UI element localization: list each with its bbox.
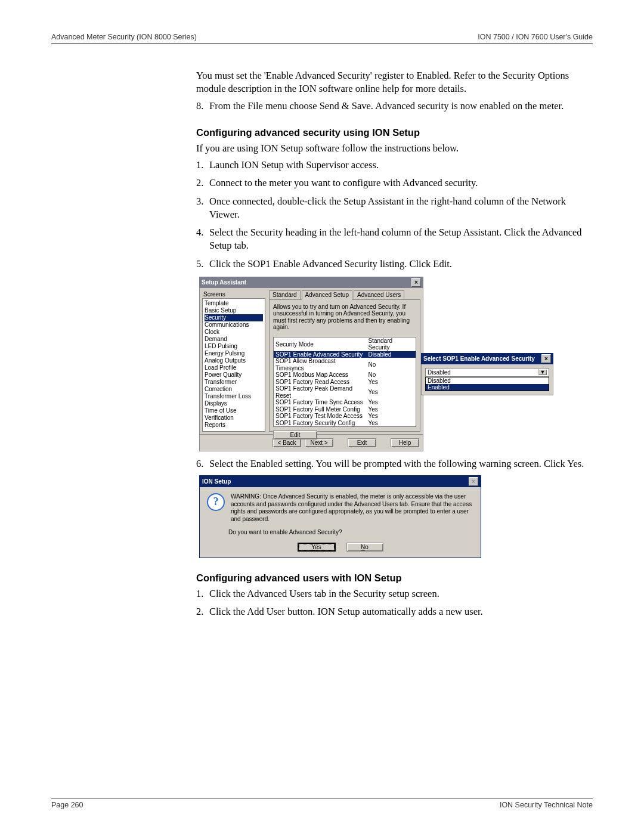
grid-row: SOP1 Factory Full Meter ConfigYes (274, 406, 416, 413)
sec1-step2: Connect to the meter you want to configu… (196, 176, 593, 190)
screen-item[interactable]: Analog Outputs (205, 357, 263, 364)
screen-item[interactable]: Template (205, 300, 263, 307)
page-header: Advanced Meter Security (ION 8000 Series… (51, 33, 593, 44)
close-icon[interactable]: × (541, 354, 551, 363)
setup-assistant-dialog: Setup Assistant × Screens Template Basic… (199, 277, 423, 451)
grid-row: SOP1 Modbus Map AccessNo (274, 371, 416, 379)
screen-item[interactable]: Load Profile (205, 364, 263, 371)
sec2-step2: Click the Add User button. ION Setup aut… (196, 605, 593, 618)
warning-prompt: Do you want to enable Advanced Security? (228, 529, 473, 535)
screen-item[interactable]: Clock (205, 329, 263, 336)
grid-row: SOP1 Factory Time Sync AccessYes (274, 399, 416, 406)
screen-item[interactable]: Displays (205, 400, 263, 407)
sec2-step1: Click the Advanced Users tab in the Secu… (196, 587, 593, 600)
section1-intro: If you are using ION Setup software foll… (196, 142, 593, 155)
grid-header-row: Security ModeStandard Security (274, 337, 416, 351)
grid-row-selected: SOP1 Enable Advanced SecurityDisabled (274, 351, 416, 358)
warning-titlebar: ION Setup × (200, 476, 481, 487)
grid-header: Standard Security (366, 337, 416, 351)
steps-list-continued: From the File menu choose Send & Save. A… (196, 100, 593, 113)
sec1-step6: Select the Enabled setting. You will be … (196, 457, 593, 470)
screen-item[interactable]: Transformer Correction (205, 379, 263, 393)
popover-combo-value: Disabled (428, 369, 451, 376)
popover-droplist[interactable]: Disabled Enabled (425, 377, 549, 391)
screen-item[interactable]: Verification (205, 414, 263, 422)
sec1-step3: Once connected, double-click the Setup A… (196, 195, 593, 222)
close-icon[interactable]: × (469, 477, 478, 486)
question-icon: ? (207, 493, 225, 511)
tab-advanced-users[interactable]: Advanced Users (354, 290, 404, 300)
popover-option-highlighted[interactable]: Enabled (426, 384, 549, 391)
sec1-step5: Click the SOP1 Enable Advanced Security … (196, 258, 593, 271)
section2-steps: Click the Advanced Users tab in the Secu… (196, 587, 593, 619)
chevron-down-icon[interactable]: ▼ (538, 369, 547, 375)
warning-message: WARNING: Once Advanced Security is enabl… (231, 493, 473, 523)
step-8: From the File menu choose Send & Save. A… (196, 100, 593, 113)
select-popover-dialog: Select SOP1 Enable Advanced Security × D… (421, 353, 553, 395)
screen-item[interactable]: Energy Pulsing (205, 350, 263, 357)
screen-item-security[interactable]: Security (205, 314, 263, 321)
no-button[interactable]: No (346, 543, 383, 552)
screen-item[interactable]: Basic Setup (205, 307, 263, 314)
screen-item[interactable]: Reports (205, 422, 263, 429)
footer-left: Page 260 (51, 801, 83, 809)
header-right: ION 7500 / ION 7600 User's Guide (478, 33, 593, 41)
grid-row: SOP1 Factory Peak Demand ResetYes (274, 385, 416, 399)
page-footer: Page 260 ION Security Technical Note (51, 798, 593, 809)
screen-item[interactable]: Communications (205, 321, 263, 329)
tab-standard[interactable]: Standard (269, 290, 301, 300)
tab-advanced-setup[interactable]: Advanced Setup (302, 290, 352, 300)
tabs: Standard Advanced Setup Advanced Users (269, 290, 420, 300)
header-left: Advanced Meter Security (ION 8000 Series… (51, 33, 197, 41)
screen-item[interactable]: Demand (205, 336, 263, 343)
popover-title: Select SOP1 Enable Advanced Security (423, 355, 535, 362)
edit-button[interactable]: Edit (273, 431, 317, 439)
settings-grid[interactable]: Security ModeStandard Security SOP1 Enab… (273, 337, 416, 428)
warning-title: ION Setup (202, 478, 231, 485)
yes-button[interactable]: Yes (298, 543, 336, 552)
popover-combobox[interactable]: Disabled ▼ (425, 368, 549, 377)
section1-heading: Configuring advanced security using ION … (196, 127, 593, 138)
tab-hint: Allows you to try and turn on Advanced S… (273, 304, 416, 331)
grid-row: SOP1 Allow Broadcast TimesyncsNo (274, 358, 416, 371)
popover-titlebar: Select SOP1 Enable Advanced Security × (421, 353, 553, 364)
close-icon[interactable]: × (411, 278, 421, 287)
setup-assistant-titlebar: Setup Assistant × (199, 277, 423, 288)
no-label-rest: o (365, 544, 369, 550)
section1-steps-cont: Select the Enabled setting. You will be … (196, 457, 593, 470)
screen-item[interactable]: Power Quality (205, 371, 263, 379)
grid-header: Security Mode (274, 337, 366, 351)
document-page: Advanced Meter Security (ION 8000 Series… (0, 0, 644, 833)
popover-option[interactable]: Disabled (426, 377, 549, 384)
grid-row: SOP1 Factory Test Mode AccessYes (274, 413, 416, 420)
screen-item[interactable]: LED Pulsing (205, 343, 263, 350)
section2-heading: Configuring advanced users with ION Setu… (196, 572, 593, 584)
sec1-step4: Select the Security heading in the left-… (196, 226, 593, 253)
section1-steps: Launch ION Setup with Supervisor access.… (196, 159, 593, 271)
yes-label-rest: es (315, 544, 321, 550)
screens-list[interactable]: Template Basic Setup Security Communicat… (202, 298, 265, 432)
footer-right: ION Security Technical Note (500, 801, 593, 809)
grid-row: SOP1 Factory Read AccessYes (274, 379, 416, 386)
warning-dialog: ION Setup × ? WARNING: Once Advanced Sec… (199, 475, 481, 558)
sec1-step1: Launch ION Setup with Supervisor access. (196, 159, 593, 172)
intro-paragraph: You must set the 'Enable Advanced Securi… (196, 69, 593, 96)
setup-assistant-title: Setup Assistant (202, 279, 246, 286)
grid-row: SOP1 Factory Security ConfigYes (274, 420, 416, 427)
screens-label: Screens (202, 290, 265, 298)
content-column: You must set the 'Enable Advanced Securi… (196, 69, 593, 619)
screen-item[interactable]: Transformer Loss (205, 393, 263, 400)
screen-item[interactable]: Time of Use (205, 407, 263, 414)
